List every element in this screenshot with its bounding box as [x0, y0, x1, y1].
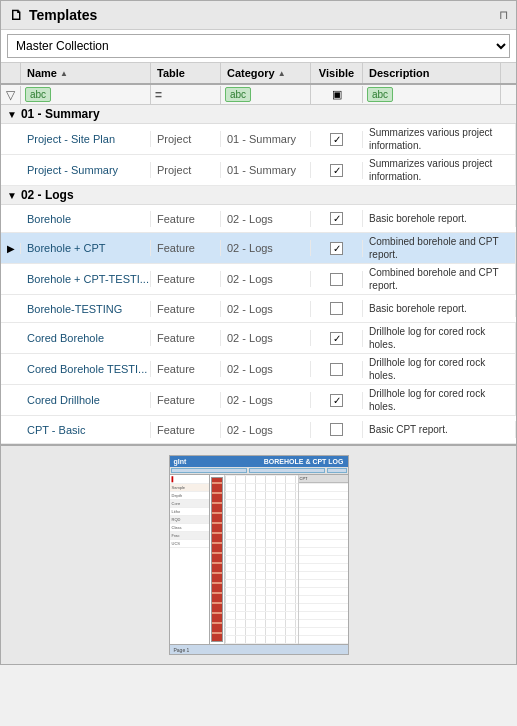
- checkbox[interactable]: [330, 242, 343, 255]
- cell-table: Feature: [151, 392, 221, 408]
- checkbox[interactable]: [330, 302, 343, 315]
- cell-name: Borehole + CPT-TESTI...: [21, 271, 151, 287]
- cell-visible[interactable]: [311, 162, 363, 179]
- cell-visible[interactable]: [311, 392, 363, 409]
- col-visible-label: Visible: [319, 67, 354, 79]
- filter-category-tag: abc: [225, 87, 251, 102]
- cell-table: Project: [151, 162, 221, 178]
- collection-dropdown[interactable]: Master Collection: [7, 34, 510, 58]
- table-row[interactable]: CPT - Basic Feature 02 - Logs Basic CPT …: [1, 416, 516, 444]
- filter-category[interactable]: abc: [221, 85, 311, 104]
- col-header-name[interactable]: Name ▲: [21, 63, 151, 83]
- table-row[interactable]: Borehole + CPT-TESTI... Feature 02 - Log…: [1, 264, 516, 295]
- filter-funnel-icon[interactable]: ▽: [1, 86, 21, 104]
- cell-visible[interactable]: [311, 131, 363, 148]
- col-header-visible[interactable]: Visible: [311, 63, 363, 83]
- cell-visible[interactable]: [311, 361, 363, 378]
- preview-image: gInt BOREHOLE & CPT LOG ▌ Sample Depth C…: [169, 455, 349, 655]
- col-name-label: Name: [27, 67, 57, 79]
- checkbox[interactable]: [330, 363, 343, 376]
- filter-table[interactable]: =: [151, 86, 221, 104]
- cell-category: 02 - Logs: [221, 330, 311, 346]
- preview-core-col: [211, 477, 223, 642]
- cell-category: 02 - Logs: [221, 361, 311, 377]
- panel-title: 🗋 Templates: [9, 7, 97, 23]
- cell-table: Feature: [151, 211, 221, 227]
- col-header-category[interactable]: Category ▲: [221, 63, 311, 83]
- filter-description[interactable]: abc: [363, 85, 501, 104]
- cell-category: 02 - Logs: [221, 301, 311, 317]
- cell-description: Combined borehole and CPT report.: [363, 264, 516, 294]
- table-row[interactable]: Project - Site Plan Project 01 - Summary…: [1, 124, 516, 155]
- cell-description: Combined borehole and CPT report.: [363, 233, 516, 263]
- checkbox[interactable]: [330, 332, 343, 345]
- cell-description: Basic CPT report.: [363, 421, 516, 438]
- cell-description: Summarizes various project information.: [363, 155, 516, 185]
- cell-description: Basic borehole report.: [363, 210, 516, 227]
- cell-visible[interactable]: [311, 330, 363, 347]
- col-header-description[interactable]: Description: [363, 63, 501, 83]
- table-row[interactable]: Cored Drillhole Feature 02 - Logs Drillh…: [1, 385, 516, 416]
- filter-visible[interactable]: ▣: [311, 86, 363, 103]
- group-row-01-summary[interactable]: ▼ 01 - Summary: [1, 105, 516, 124]
- cell-table: Project: [151, 131, 221, 147]
- checkbox[interactable]: [330, 423, 343, 436]
- filter-table-tag: =: [155, 88, 162, 102]
- table-row[interactable]: Project - Summary Project 01 - Summary S…: [1, 155, 516, 186]
- group-row-02-logs[interactable]: ▼ 02 - Logs: [1, 186, 516, 205]
- cell-visible[interactable]: [311, 210, 363, 227]
- checkbox[interactable]: [330, 394, 343, 407]
- cell-visible[interactable]: [311, 300, 363, 317]
- col-header-table[interactable]: Table: [151, 63, 221, 83]
- table-row[interactable]: Cored Borehole Feature 02 - Logs Drillho…: [1, 323, 516, 354]
- rows-container[interactable]: ▼ 01 - Summary Project - Site Plan Proje…: [1, 105, 516, 444]
- cell-name: Borehole: [21, 211, 151, 227]
- cell-description: Drillhole log for cored rock holes.: [363, 323, 516, 353]
- filter-name[interactable]: abc: [21, 85, 151, 104]
- cell-description: Drillhole log for cored rock holes.: [363, 354, 516, 384]
- col-name-sort-icon: ▲: [60, 69, 68, 78]
- table-row[interactable]: ▶ Borehole + CPT Feature 02 - Logs Combi…: [1, 233, 516, 264]
- cell-visible[interactable]: [311, 240, 363, 257]
- col-category-sort-icon: ▲: [278, 69, 286, 78]
- preview-body: ▌ Sample Depth Core Litho RQD Class Frac…: [170, 475, 348, 644]
- preview-footer: Page 1: [170, 644, 348, 654]
- preview-subheader: [170, 467, 348, 475]
- cell-description: Drillhole log for cored rock holes.: [363, 385, 516, 415]
- preview-content: CPT: [210, 475, 348, 644]
- cell-name: Cored Borehole TESTI...: [21, 361, 151, 377]
- filter-row: ▽ abc = abc ▣ abc: [1, 85, 516, 105]
- table-row[interactable]: Cored Borehole TESTI... Feature 02 - Log…: [1, 354, 516, 385]
- checkbox[interactable]: [330, 164, 343, 177]
- table-row[interactable]: Borehole-TESTING Feature 02 - Logs Basic…: [1, 295, 516, 323]
- checkbox[interactable]: [330, 273, 343, 286]
- templates-panel: 🗋 Templates ⊓ Master Collection Name ▲ T…: [0, 0, 517, 665]
- cell-visible[interactable]: [311, 271, 363, 288]
- cell-table: Feature: [151, 271, 221, 287]
- checkbox[interactable]: [330, 133, 343, 146]
- cell-name: Project - Summary: [21, 162, 151, 178]
- cell-name: Borehole + CPT: [21, 240, 151, 256]
- cell-visible[interactable]: [311, 421, 363, 438]
- table-container: Name ▲ Table Category ▲ Visible Descript…: [1, 63, 516, 444]
- row-arrow-icon: ▶: [7, 243, 15, 254]
- cell-description: Summarizes various project information.: [363, 124, 516, 154]
- group-chevron-02: ▼: [7, 190, 17, 201]
- cell-name: Project - Site Plan: [21, 131, 151, 147]
- table-row[interactable]: Borehole Feature 02 - Logs Basic borehol…: [1, 205, 516, 233]
- column-headers: Name ▲ Table Category ▲ Visible Descript…: [1, 63, 516, 85]
- panel-title-text: Templates: [29, 7, 97, 23]
- cell-category: 02 - Logs: [221, 271, 311, 287]
- preview-grid: [224, 475, 298, 644]
- filter-description-tag: abc: [367, 87, 393, 102]
- col-description-label: Description: [369, 67, 430, 79]
- pin-icon[interactable]: ⊓: [499, 8, 508, 22]
- cell-category: 02 - Logs: [221, 392, 311, 408]
- cell-table: Feature: [151, 330, 221, 346]
- cell-name: Cored Borehole: [21, 330, 151, 346]
- cell-category: 02 - Logs: [221, 422, 311, 438]
- filter-visible-tag: ▣: [332, 88, 342, 101]
- cell-category: 02 - Logs: [221, 240, 311, 256]
- col-category-label: Category: [227, 67, 275, 79]
- checkbox[interactable]: [330, 212, 343, 225]
